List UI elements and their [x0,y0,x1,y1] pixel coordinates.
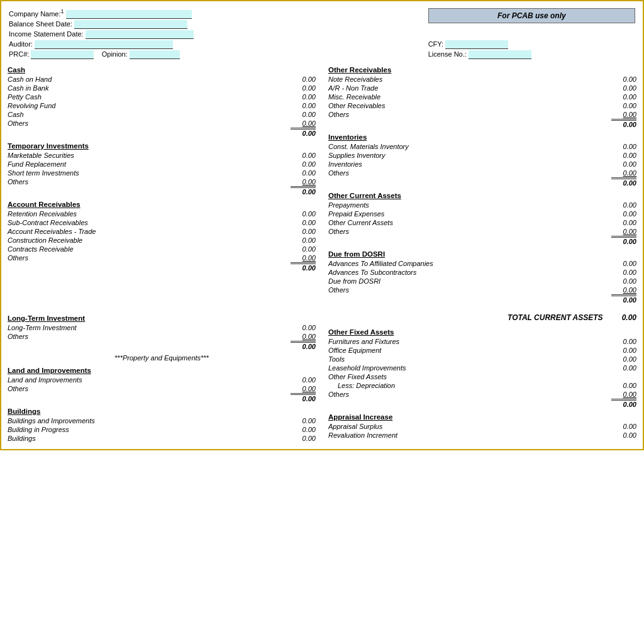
ar-subtotal: 0.00 [291,262,316,272]
company-name-input[interactable] [66,10,192,19]
lt-invest-title: Long-Term Investment [8,314,316,322]
list-item: Cash 0.00 [8,110,316,119]
property-note: ***Property and Equipments*** [8,354,316,362]
land-title: Land and Improvements [8,367,316,374]
lt-invest-subtotal: 0.00 [291,341,316,350]
list-item: Tools 0.00 [328,355,636,364]
temp-invest-title: Temporary Investments [8,142,316,150]
other-recv-subtotal: 0.00 [611,119,636,128]
list-item: Other Current Assets 0.00 [328,218,636,227]
list-item: Prepaid Expenses 0.00 [328,209,636,218]
list-item: Building in Progress 0.00 [8,425,316,434]
list-item: Due from DOSRI 0.00 [328,277,636,286]
list-item: Marketable Securities 0.00 [8,151,316,160]
income-statement-input[interactable] [86,30,194,39]
ofa-subtotal: 0.00 [611,399,636,408]
list-item: Other Receivables 0.00 [328,101,636,110]
balance-sheet-label: Balance Sheet Date: [9,20,72,28]
total-current-assets-row: TOTAL CURRENT ASSETS 0.00 [328,313,636,322]
list-item: Construction Receivable 0.00 [8,236,316,245]
prc-label: PRC#: [9,50,29,58]
list-item: Others 0.00 [328,390,636,399]
cfy-label: CFY: [428,40,443,48]
list-item: Leasehold Improvements 0.00 [328,364,636,372]
list-item: Others 0.00 [328,110,636,119]
appraisal-title: Appraisal Increase [328,413,636,421]
list-item: Inventories 0.00 [328,160,636,169]
list-item: Cash in Bank 0.00 [8,84,316,92]
opinion-input[interactable] [130,50,180,59]
right-column: Other Receivables Note Receivables 0.00 … [328,66,636,443]
list-item: Long-Term Investment 0.00 [8,323,316,332]
list-item: Office Equipment 0.00 [328,346,636,355]
list-item: Petty Cash 0.00 [8,92,316,101]
list-item: Others 0.00 [8,332,316,341]
list-item: Revolving Fund 0.00 [8,101,316,110]
inventories-subtotal: 0.00 [611,177,636,187]
list-item: Cash on Hand 0.00 [8,75,316,84]
left-column: Cash Cash on Hand 0.00 Cash in Bank 0.00… [8,66,316,443]
land-subtotal: 0.00 [291,393,316,402]
list-item: Buildings and Improvements 0.00 [8,416,316,425]
list-item: Contracts Receivable 0.00 [8,245,316,253]
ar-title: Account Receivables [8,201,316,208]
list-item: A/R - Non Trade 0.00 [328,84,636,92]
list-item: Prepayments 0.00 [328,201,636,209]
total-ca-label: TOTAL CURRENT ASSETS [508,313,603,322]
inventories-title: Inventories [328,133,636,141]
list-item: Others 0.00 [8,253,316,262]
list-item: Note Receivables 0.00 [328,75,636,84]
list-item: Others 0.00 [328,169,636,177]
pcab-box: For PCAB use only [428,8,635,23]
company-name-sup: 1 [61,8,64,14]
oca-subtotal: 0.00 [611,236,636,245]
temp-invest-subtotal: 0.00 [291,186,316,196]
list-item: Others 0.00 [8,384,316,393]
list-item: Advances To Subcontractors 0.00 [328,268,636,277]
other-recv-title: Other Receivables [328,66,636,74]
list-item: Others 0.00 [8,119,316,128]
list-item: Other Fixed Assets [328,372,636,381]
auditor-input[interactable] [35,40,173,49]
auditor-label: Auditor: [9,40,33,48]
oca-title: Other Current Assets [328,192,636,199]
cfy-input[interactable] [445,40,508,49]
income-statement-label: Income Statement Date: [9,30,84,38]
list-item: Const. Materials Inventory 0.00 [328,142,636,151]
list-item: Sub-Contract Receivables 0.00 [8,218,316,227]
list-item: Supplies Inventory 0.00 [328,151,636,160]
dosri-subtotal: 0.00 [611,294,636,304]
license-input[interactable] [469,50,531,59]
list-item: Less: Depreciation 0.00 [328,381,636,390]
balance-sheet-input[interactable] [74,20,187,29]
list-item: Account Receivables - Trade 0.00 [8,227,316,236]
list-item: Short term Investments 0.00 [8,169,316,177]
list-item: Others 0.00 [328,227,636,236]
list-item: Others 0.00 [8,177,316,186]
opinion-label: Opinion: [102,50,128,58]
list-item: Others 0.00 [328,286,636,294]
total-ca-value: 0.00 [622,313,636,322]
list-item: Misc. Receivable 0.00 [328,92,636,101]
cash-title: Cash [8,66,316,74]
list-item: Retention Receivables 0.00 [8,209,316,218]
header-table: Company Name:1 For PCAB use only Balance… [8,8,636,60]
buildings-title: Buildings [8,408,316,415]
cash-subtotal: 0.00 [291,128,316,137]
list-item: Revaluation Increment 0.00 [328,431,636,440]
list-item: Advances To Affiliated Companies 0.00 [328,259,636,268]
list-item: Furnitures and Fixtures 0.00 [328,337,636,346]
list-item: Buildings 0.00 [8,434,316,443]
license-label: License No.: [428,50,467,58]
company-name-label: Company Name: [9,10,61,18]
main-content: Cash Cash on Hand 0.00 Cash in Bank 0.00… [8,66,636,443]
list-item: Land and Improvements 0.00 [8,375,316,384]
dosri-title: Due from DOSRI [328,250,636,258]
ofa-title: Other Fixed Assets [328,328,636,336]
list-item: Appraisal Surplus 0.00 [328,422,636,431]
list-item: Fund Replacement 0.00 [8,160,316,169]
prc-input[interactable] [31,50,94,59]
